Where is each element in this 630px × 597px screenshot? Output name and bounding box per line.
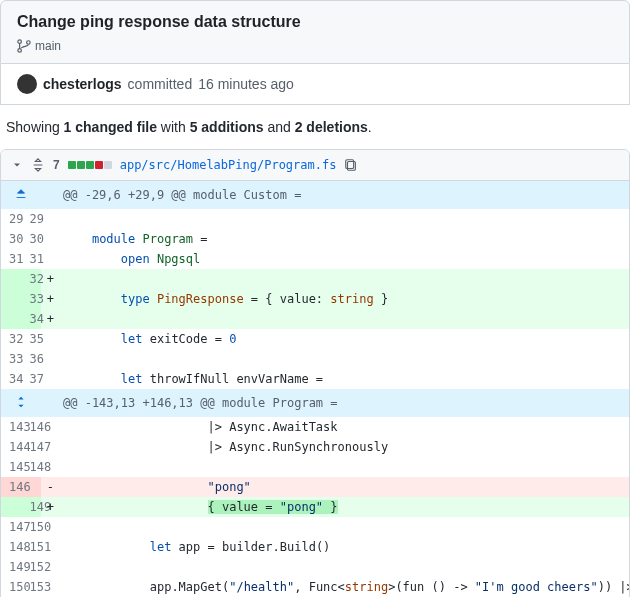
new-line-number[interactable]: 37	[21, 369, 41, 389]
diff-row: 32+	[1, 269, 629, 289]
commit-action: committed	[128, 76, 193, 92]
code-line	[59, 349, 629, 369]
new-line-number[interactable]: 30	[21, 229, 41, 249]
code-line	[59, 209, 629, 229]
diff-row: 3336	[1, 349, 629, 369]
old-line-number[interactable]	[1, 269, 21, 289]
old-line-number[interactable]: 32	[1, 329, 21, 349]
old-line-number[interactable]: 29	[1, 209, 21, 229]
copy-icon[interactable]	[344, 158, 358, 172]
diffstat-block	[95, 161, 103, 169]
diff-stat-count: 7	[53, 158, 60, 172]
code-line: |> Async.AwaitTask	[59, 417, 629, 437]
new-line-number[interactable]: 36	[21, 349, 41, 369]
diff-row: 144147 |> Async.RunSynchronously	[1, 437, 629, 457]
old-line-number[interactable]: 144	[1, 437, 21, 457]
hunk-header: @@ -143,13 +146,13 @@ module Program =	[59, 389, 629, 417]
diff-marker: -	[41, 477, 59, 497]
code-line: app.MapGet("/health", Func<string>(fun (…	[59, 577, 629, 597]
new-line-number[interactable]: 31	[21, 249, 41, 269]
summary-files: 1 changed file	[64, 119, 157, 135]
git-branch-icon	[17, 39, 31, 53]
code-line	[59, 269, 629, 289]
commit-meta: chesterlogs committed 16 minutes ago	[0, 64, 630, 105]
diff-table: @@ -29,6 +29,9 @@ module Custom =2929303…	[1, 181, 629, 597]
diff-row: @@ -143,13 +146,13 @@ module Program =	[1, 389, 629, 417]
file-path[interactable]: app/src/HomelabPing/Program.fs	[120, 158, 337, 172]
code-line	[59, 557, 629, 577]
summary-prefix: Showing	[6, 119, 64, 135]
new-line-number[interactable]: 29	[21, 209, 41, 229]
code-line: type PingResponse = { value: string }	[59, 289, 629, 309]
commit-author[interactable]: chesterlogs	[43, 76, 122, 92]
code-line	[59, 517, 629, 537]
code-line: module Program =	[59, 229, 629, 249]
summary-deletions: 2 deletions	[295, 119, 368, 135]
diff-row: 145148	[1, 457, 629, 477]
code-line	[59, 457, 629, 477]
avatar[interactable]	[17, 74, 37, 94]
expand-hunk[interactable]	[1, 389, 41, 417]
diffstat-block	[77, 161, 85, 169]
diff-row: 148151 let app = builder.Build()	[1, 537, 629, 557]
branch-label[interactable]: main	[17, 39, 613, 53]
code-line: { value = "pong" }	[59, 497, 629, 517]
new-line-number[interactable]: 149	[21, 497, 41, 517]
summary-period: .	[368, 119, 372, 135]
file-header: 7 app/src/HomelabPing/Program.fs	[1, 150, 629, 181]
old-line-number[interactable]: 34	[1, 369, 21, 389]
diff-row: 3030 module Program =	[1, 229, 629, 249]
old-line-number[interactable]	[1, 289, 21, 309]
old-line-number[interactable]: 147	[1, 517, 21, 537]
diff-row: 149+ { value = "pong" }	[1, 497, 629, 517]
new-line-number[interactable]: 33	[21, 289, 41, 309]
code-line: let throwIfNull envVarName =	[59, 369, 629, 389]
new-line-number[interactable]: 32	[21, 269, 41, 289]
old-line-number[interactable]: 149	[1, 557, 21, 577]
summary-and: and	[264, 119, 295, 135]
diff-stat-blocks	[68, 161, 112, 169]
diff-row: 3131 open Npgsql	[1, 249, 629, 269]
diff-row: 3235 let exitCode = 0	[1, 329, 629, 349]
expand-hunk[interactable]	[1, 181, 41, 209]
code-line: |> Async.RunSynchronously	[59, 437, 629, 457]
diffstat-block	[86, 161, 94, 169]
diff-row: 33+ type PingResponse = { value: string …	[1, 289, 629, 309]
new-line-number[interactable]: 35	[21, 329, 41, 349]
old-line-number[interactable]: 143	[1, 417, 21, 437]
diff-row: 146- "pong"	[1, 477, 629, 497]
code-line	[59, 309, 629, 329]
diff-summary: Showing 1 changed file with 5 additions …	[0, 105, 630, 149]
diff-row: 147150	[1, 517, 629, 537]
commit-time: 16 minutes ago	[198, 76, 294, 92]
branch-name: main	[35, 39, 61, 53]
summary-additions: 5 additions	[190, 119, 264, 135]
old-line-number[interactable]: 145	[1, 457, 21, 477]
diff-row: 34+	[1, 309, 629, 329]
diff-row: 150153 app.MapGet("/health", Func<string…	[1, 577, 629, 597]
old-line-number[interactable]: 30	[1, 229, 21, 249]
old-line-number[interactable]: 31	[1, 249, 21, 269]
old-line-number[interactable]	[1, 309, 21, 329]
diffstat-block	[68, 161, 76, 169]
code-line: open Npgsql	[59, 249, 629, 269]
diff-row: 2929	[1, 209, 629, 229]
summary-mid: with	[157, 119, 190, 135]
hunk-header: @@ -29,6 +29,9 @@ module Custom =	[59, 181, 629, 209]
file-diff: 7 app/src/HomelabPing/Program.fs @@ -29,…	[0, 149, 630, 597]
diff-row: 143146 |> Async.AwaitTask	[1, 417, 629, 437]
old-line-number[interactable]: 146	[1, 477, 21, 497]
old-line-number[interactable]	[1, 497, 21, 517]
old-line-number[interactable]: 33	[1, 349, 21, 369]
old-line-number[interactable]: 148	[1, 537, 21, 557]
new-line-number[interactable]: 34	[21, 309, 41, 329]
diff-row: @@ -29,6 +29,9 @@ module Custom =	[1, 181, 629, 209]
diff-row: 149152	[1, 557, 629, 577]
chevron-down-icon[interactable]	[11, 159, 23, 171]
code-line: "pong"	[59, 477, 629, 497]
diffstat-block	[104, 161, 112, 169]
old-line-number[interactable]: 150	[1, 577, 21, 597]
diff-row: 3437 let throwIfNull envVarName =	[1, 369, 629, 389]
unfold-icon[interactable]	[31, 158, 45, 172]
commit-header: Change ping response data structure main	[0, 0, 630, 64]
